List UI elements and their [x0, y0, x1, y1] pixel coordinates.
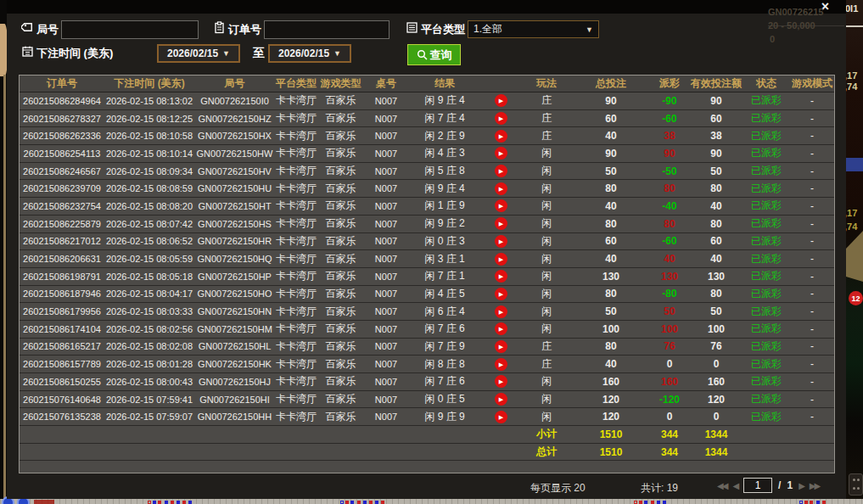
platform-type-select[interactable]: 1.全部 ▼ [468, 20, 599, 38]
cell-order-id: 260215086246567 [20, 166, 104, 176]
search-button[interactable]: 查询 [407, 44, 461, 65]
subtotal-label: 小计 [520, 427, 573, 441]
replay-button[interactable]: ▶ [495, 305, 507, 318]
replay-button[interactable]: ▶ [495, 217, 507, 230]
replay-button[interactable]: ▶ [495, 322, 507, 335]
cell-game-type: 百家乐 [317, 374, 364, 389]
cell-game-mode: - [790, 253, 834, 265]
cell-status: 已派彩 [743, 339, 790, 354]
cell-play: 庄 [520, 93, 573, 108]
replay-button[interactable]: ▶ [495, 411, 507, 423]
cell-game-mode: - [790, 148, 834, 160]
play-icon: ▶ [499, 133, 503, 139]
page-number-input[interactable] [743, 478, 772, 493]
background-number: ,74 [844, 81, 863, 92]
cell-round-id: GN007262150HS [194, 219, 275, 229]
cell-payout: -90 [649, 95, 690, 107]
date-from-picker[interactable]: 2026/02/15 ▼ [157, 44, 240, 63]
replay-button[interactable]: ▶ [495, 358, 507, 371]
cell-table-no: N007 [364, 306, 408, 316]
cell-table-no: N007 [364, 395, 408, 405]
replay-button[interactable]: ▶ [495, 375, 507, 388]
prev-page-icon[interactable]: ◀ [732, 481, 737, 490]
round-number-input[interactable] [61, 20, 199, 39]
replay-button[interactable]: ▶ [495, 270, 507, 283]
cell-game-type: 百家乐 [317, 216, 364, 231]
grand-total-row: 总计 1510 344 1344 [20, 444, 834, 462]
replay-button[interactable]: ▶ [495, 94, 507, 107]
cell-game-type: 百家乐 [317, 269, 364, 283]
replay-button[interactable]: ▶ [495, 112, 507, 125]
cell-round-id: GN007262150HI [194, 395, 275, 405]
cell-valid-bet: 90 [690, 95, 743, 107]
cell-round-id: GN007262150HO [194, 288, 275, 299]
cell-replay: ▶ [481, 182, 520, 195]
cell-table-no: N007 [364, 219, 408, 229]
first-page-icon[interactable]: ◀◀ [717, 481, 726, 490]
cell-game-mode: - [790, 235, 834, 247]
table-row: 260215086187946 2026-02-15 08:04:17 GN00… [20, 286, 834, 304]
replay-button[interactable]: ▶ [495, 393, 507, 406]
play-icon: ▶ [499, 414, 503, 420]
background-red-text [34, 500, 54, 504]
cell-order-id: 260215086198791 [20, 272, 104, 282]
cell-total-bet: 40 [573, 253, 649, 265]
table-row: 260215086262336 2026-02-15 08:10:58 GN00… [20, 127, 834, 145]
close-icon[interactable]: × [821, 0, 829, 14]
replay-button[interactable]: ▶ [495, 130, 507, 143]
replay-button[interactable]: ▶ [495, 147, 507, 160]
cell-bet-time: 2026-02-15 07:59:07 [104, 412, 194, 422]
cell-result: 闲 9 庄 4 [408, 182, 481, 196]
clipboard-icon [213, 21, 226, 34]
cell-payout: 38 [649, 130, 690, 142]
replay-button[interactable]: ▶ [495, 253, 507, 266]
table-row: 260215086157789 2026-02-15 08:01:28 GN00… [20, 356, 834, 373]
cell-table-no: N007 [364, 412, 408, 422]
chevron-down-icon: ▼ [222, 49, 230, 58]
replay-button[interactable]: ▶ [495, 288, 507, 300]
cell-round-id: GN007262150HT [194, 201, 275, 211]
cell-order-id: 260215086225879 [20, 219, 104, 229]
replay-button[interactable]: ▶ [495, 235, 507, 248]
cell-replay: ▶ [481, 112, 520, 125]
replay-button[interactable]: ▶ [495, 340, 507, 353]
replay-button[interactable]: ▶ [495, 165, 507, 177]
cell-payout: 160 [649, 376, 690, 388]
cell-valid-bet: 40 [690, 200, 743, 212]
order-number-input[interactable] [264, 20, 389, 39]
cell-replay: ▶ [481, 305, 520, 318]
cell-order-id: 260215086206631 [20, 254, 104, 264]
cell-game-mode: - [790, 358, 834, 370]
cell-order-id: 260215086187946 [20, 288, 104, 299]
cell-valid-bet: 38 [690, 130, 743, 142]
cell-game-mode: - [790, 130, 834, 142]
date-to-picker[interactable]: 2026/02/15 ▼ [268, 44, 351, 63]
cell-replay: ▶ [481, 165, 520, 177]
grand-total-valid: 1344 [690, 446, 743, 458]
replay-button[interactable]: ▶ [495, 199, 507, 212]
column-header-game-mode: 游戏模式 [790, 76, 834, 91]
cell-game-type: 百家乐 [317, 164, 364, 178]
chevron-down-icon: ▼ [586, 25, 593, 34]
column-header-table-no: 桌号 [364, 76, 408, 91]
cell-game-type: 百家乐 [317, 357, 364, 372]
cell-result: 闲 6 庄 4 [408, 305, 481, 319]
last-page-icon[interactable]: ▶▶ [810, 481, 819, 490]
calendar-icon [21, 45, 34, 58]
cell-status: 已派彩 [743, 216, 790, 231]
cell-replay: ▶ [481, 358, 520, 371]
play-icon: ▶ [499, 256, 503, 262]
column-header-valid-bet: 有效投注额 [690, 76, 743, 91]
cell-table-no: N007 [364, 131, 408, 141]
cell-payout: 76 [649, 340, 690, 352]
cell-result: 闲 8 庄 8 [408, 357, 481, 372]
play-icon: ▶ [499, 168, 503, 174]
column-header-total-bet: 总投注 [573, 76, 649, 91]
replay-button[interactable]: ▶ [495, 182, 507, 195]
next-page-icon[interactable]: ▶ [799, 481, 804, 490]
table-row: 260215086278327 2026-02-15 08:12:25 GN00… [20, 110, 834, 128]
cell-game-type: 百家乐 [317, 392, 364, 406]
platform-type-value: 1.全部 [474, 22, 502, 36]
cell-table-no: N007 [364, 324, 408, 334]
cell-bet-time: 2026-02-15 08:02:08 [104, 341, 194, 351]
